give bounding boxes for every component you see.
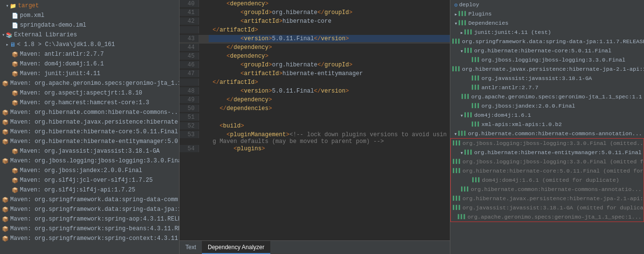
tree-item-spring-aop[interactable]: 📦 Maven: org.springframework:spring-aop:…	[0, 214, 179, 224]
jar-icon: 📦	[2, 216, 9, 222]
dep-label: dom4j:dom4j:1.6.1	[474, 112, 531, 118]
tree-item-external-libs[interactable]: ▾ 📚 External Libraries	[0, 30, 179, 40]
tree-item-jdk[interactable]: ▸ 🖥 < 1.8 > C:\Java\jdk1.8.0_161	[0, 40, 179, 49]
dep-item-hibernate-core[interactable]: ▾ ▌▌▌ org.hibernate:hibernate-core:5.0.1…	[450, 46, 644, 55]
dep-item-javassist-1[interactable]: ▌▌▌ org.javassist:javassist:3.18.1-GA	[450, 74, 644, 83]
dep-label: org.hibernate:hibernate-core:5.0.11.Fina…	[462, 168, 644, 174]
tree-item-slf4j[interactable]: 📦 Maven: org.slf4j:slf4j-api:1.7.25	[0, 185, 179, 195]
line-number: 47	[180, 79, 199, 86]
dep-item-em-dom4j[interactable]: ▌▌▌ dom4j:dom4j:1.6.1 (omitted for dupli…	[451, 175, 644, 185]
code-line-46: 46 <groupId>org.hibernate</groupId>	[180, 61, 450, 70]
tree-label: target	[18, 2, 39, 9]
tree-item-jcl[interactable]: 📦 Maven: org.slf4j:jcl-over-slf4j:1.7.25	[0, 175, 179, 185]
tab-text[interactable]: Text	[180, 241, 202, 254]
jar-icon: 📦	[12, 90, 18, 96]
code-line-45: 45 <dependency>	[180, 52, 450, 61]
line-content: <groupId>org.hibernate</groupId>	[209, 61, 450, 68]
bar-chart-icon: ▌▌▌	[464, 30, 473, 35]
tree-label: Maven: org.hibernate.common:hibernate-co…	[10, 109, 180, 116]
tree-item-hib-common[interactable]: 📦 Maven: org.hibernate.common:hibernate-…	[0, 108, 179, 117]
tree-item-hib-jpa[interactable]: 📦 Maven: org.hibernate.javax.persistence…	[0, 117, 179, 127]
dep-label: org.hibernate:hibernate-core:5.0.11.Fina…	[474, 48, 611, 54]
dep-item-em-geronimo[interactable]: ▌▌▌ org.apache.geronimo.specs:geronimo-j…	[451, 212, 644, 222]
dep-label: org.jboss.logging:jboss-logging:3.3.0.Fi…	[462, 159, 644, 165]
dep-label: org.apache.geronimo.specs:geronimo-jta_1…	[467, 214, 642, 220]
tree-item-aspectj[interactable]: 📦 Maven: org.aspectj:aspectjrt:1.8.10	[0, 88, 179, 98]
tree-item-javassist[interactable]: 📦 Maven: org.javassist:javassist:3.18.1-…	[0, 146, 179, 156]
code-line-54: 54 <plugins>	[180, 145, 450, 154]
bar-chart-icon: ▌▌▌	[464, 150, 473, 155]
file-icon: 📄	[12, 22, 18, 29]
line-content: </dependencies>	[209, 105, 450, 112]
line-number: 50	[180, 105, 199, 112]
tree-item-jandex[interactable]: 📦 Maven: org.jboss:jandex:2.0.0.Final	[0, 166, 179, 175]
line-number: 45	[180, 52, 199, 60]
dep-item-junit[interactable]: ▸ ▌▌▌ junit:junit:4.11 (test)	[450, 28, 644, 37]
jar-icon: 📦	[2, 119, 9, 126]
dep-item-hib-jpa[interactable]: ▌▌▌ org.hibernate.javax.persistence:hibe…	[450, 64, 644, 74]
tab-dependency-analyzer[interactable]: Dependency Analyzer	[202, 241, 270, 254]
tree-item-spring-data-commons[interactable]: 📦 Maven: org.springframework.data:spring…	[0, 195, 179, 205]
tree-label: Maven: org.jboss.logging:jboss-logging:3…	[10, 158, 180, 164]
jar-icon: 📦	[12, 51, 18, 58]
dep-item-dependencies[interactable]: ▾ ▌▌▌ Dependencies	[450, 18, 644, 28]
dep-item-jboss-logging-1[interactable]: ▌▌▌ org.jboss.logging:jboss-logging:3.3.…	[450, 55, 644, 64]
bar-chart-icon: ▌▌▌	[452, 66, 461, 72]
tree-item-hib-core[interactable]: 📦 Maven: org.hibernate:hibernate-core:5.…	[0, 127, 179, 137]
dep-label: org.hibernate.javax.persistence:hibernat…	[462, 66, 644, 72]
tree-item-dom4j[interactable]: 📦 Maven: dom4j:dom4j:1.6.1	[0, 59, 179, 69]
tree-label: Maven: org.springframework.data:spring-d…	[10, 196, 180, 203]
dep-item-xml-apis[interactable]: ▌▌▌ xml-apis:xml-apis:1.0.b2	[450, 120, 644, 129]
editor-area[interactable]: 40 <dependency> 41 <groupId>org.hibernat…	[180, 0, 450, 240]
arrow-icon: ▸	[454, 11, 458, 17]
bar-chart-icon: ▌▌▌	[464, 48, 473, 53]
dep-item-hib-em[interactable]: ▾ ▌▌▌ org.hibernate:hibernate-entitymana…	[451, 148, 644, 157]
tree-item-target[interactable]: ▾ 📁 target	[0, 1, 179, 11]
tree-item-geronimo[interactable]: 📦 Maven: org.apache.geronimo.specs:geron…	[0, 79, 179, 88]
line-number: 40	[180, 0, 199, 7]
tree-item-junit[interactable]: 📦 Maven: junit:junit:4.11	[0, 69, 179, 79]
tree-label: External Libraries	[14, 32, 77, 38]
dep-label: org.jboss.logging:jboss-logging:3.3.0.Fi…	[481, 57, 626, 63]
tree-item-jboss-logging[interactable]: 📦 Maven: org.jboss.logging:jboss-logging…	[0, 156, 179, 166]
dep-item-em-hib-jpa[interactable]: ▌▌▌ org.hibernate.javax.persistence:hibe…	[451, 194, 644, 203]
red-box-section: ▌▌▌ org.jboss.logging:jboss-logging:3.3.…	[450, 138, 644, 222]
dep-item-spring-data-jpa[interactable]: ▌▌▌ org.springframework.data:spring-data…	[450, 37, 644, 46]
code-line-51: 51	[180, 113, 450, 122]
tree-item-hib-em[interactable]: 📦 Maven: org.hibernate:hibernate-entitym…	[0, 137, 179, 146]
dep-item-em-javassist[interactable]: ▌▌▌ org.javassist:javassist:3.18.1-GA (o…	[451, 203, 644, 212]
dep-item-plugins[interactable]: ▸ ▌▌▌ Plugins	[450, 9, 644, 18]
tree-item-hamcrest[interactable]: 📦 Maven: org.hamcrest:hamcrest-core:1.3	[0, 98, 179, 108]
tree-item-antlr[interactable]: 📦 Maven: antlr:antlr:2.7.7	[0, 49, 179, 59]
bar-chart-icon: ▌▌▌	[453, 196, 462, 201]
line-content: <artifactId>hibernate-entitymanager	[209, 70, 450, 77]
dep-item-em-hib-core[interactable]: ▌▌▌ org.hibernate:hibernate-core:5.0.11.…	[451, 166, 644, 175]
line-number: 53	[180, 131, 199, 138]
jar-icon: 📦	[2, 80, 9, 87]
dep-item-jandex[interactable]: ▌▌▌ org.jboss:jandex:2.0.0.Final	[450, 101, 644, 111]
line-number: 48	[180, 87, 199, 95]
tree-item-iml[interactable]: 📄 springdata-demo.iml	[0, 20, 179, 30]
dep-item-jboss-logging-omitted[interactable]: ▌▌▌ org.jboss.logging:jboss-logging:3.3.…	[451, 139, 644, 148]
tree-item-pom[interactable]: 📄 pom.xml	[0, 11, 179, 20]
jar-icon: 📦	[2, 236, 9, 242]
dep-label: org.jboss.logging:jboss-logging:3.3.0.Fi…	[462, 140, 644, 146]
jar-icon: 📦	[2, 110, 9, 116]
tree-item-spring-data-jpa[interactable]: 📦 Maven: org.springframework.data:spring…	[0, 205, 179, 214]
arrow-icon: ▸	[460, 29, 463, 36]
tree-item-spring-context[interactable]: 📦 Maven: org.springframework:spring-cont…	[0, 234, 179, 243]
dep-item-em-commons[interactable]: ▌▌▌ org.hibernate.common:hibernate-commo…	[451, 185, 644, 194]
code-line-49: 49 </dependency>	[180, 96, 450, 105]
dep-label: deploy	[459, 1, 479, 8]
bar-chart-icon: ▌▌▌	[461, 187, 470, 192]
jar-icon: 📦	[2, 158, 9, 164]
dep-item-geronimo[interactable]: ▌▌▌ org.apache.geronimo.specs:geronimo-j…	[450, 92, 644, 101]
dep-item-hib-commons[interactable]: ▾ ▌▌▌ org.hibernate.common:hibernate-com…	[450, 129, 644, 138]
dep-item-antlr[interactable]: ▌▌▌ antlr:antlr:2.7.7	[450, 83, 644, 92]
tree-item-spring-beans[interactable]: 📦 Maven: org.springframework:spring-bean…	[0, 224, 179, 234]
jar-icon: 📦	[12, 177, 18, 184]
dep-item-dom4j[interactable]: ▾ ▌▌▌ dom4j:dom4j:1.6.1	[450, 111, 644, 120]
dep-item-em-jboss-logging[interactable]: ▌▌▌ org.jboss.logging:jboss-logging:3.3.…	[451, 157, 644, 166]
dep-item-deploy[interactable]: ⚙ deploy	[450, 0, 644, 9]
line-number: 44	[180, 44, 199, 51]
